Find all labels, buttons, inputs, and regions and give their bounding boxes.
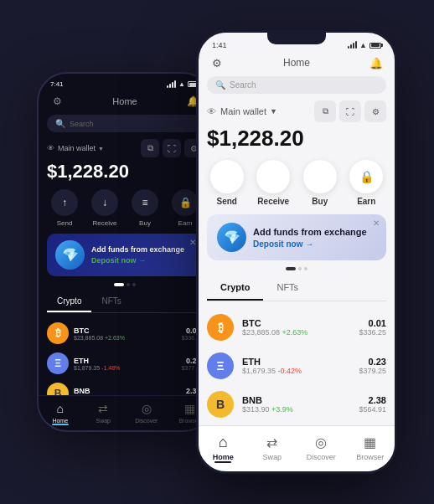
- dark-phone: 7:41 ▲ ⚙ Home 🔔: [37, 72, 213, 432]
- receive-button-dark[interactable]: ↓ Receive: [87, 189, 122, 227]
- promo-text-dark: Add funds from exchange Deposit now →: [91, 245, 194, 265]
- list-item[interactable]: ₿ BTC $23,885.08 +2.63% 0.01 $336.25: [207, 308, 386, 347]
- home-icon-light: ⌂: [214, 433, 232, 451]
- tab-nfts-light[interactable]: NFTs: [263, 275, 312, 301]
- eth-icon-light: Ξ: [207, 352, 234, 379]
- dots-indicator-dark: [47, 283, 203, 286]
- notch-dark: [100, 74, 150, 84]
- nav-swap-light[interactable]: ⇄ Swap: [248, 433, 297, 461]
- light-phone: 1:41 ▲ ⚙ Home 🔔: [196, 30, 397, 474]
- home-label-light: Home: [213, 453, 234, 461]
- header-title-light: Home: [225, 57, 368, 69]
- wallet-icons-dark: ⧉ ⛶ ⚙: [141, 139, 203, 157]
- bottom-nav-dark: ⌂ Home ⇄ Swap ◎ Discover ▦ Browser: [39, 395, 211, 430]
- app-header-dark: ⚙ Home 🔔: [47, 90, 203, 115]
- list-item[interactable]: Ξ ETH $1,879.35 -1.48% 0.2... $377.23: [47, 348, 203, 378]
- wallet-actions-dark: ↑ Send ↓ Receive ≡ Buy 🔒 Earn: [47, 189, 203, 227]
- time-light: 1:41: [212, 41, 227, 49]
- header-title-dark: Home: [65, 96, 184, 106]
- nav-discover-light[interactable]: ◎ Discover: [297, 433, 346, 461]
- chevron-icon-light: ▼: [270, 107, 277, 116]
- search-bar-light[interactable]: 🔍 Search: [207, 76, 386, 94]
- list-item[interactable]: ₿ BTC $23,885.08 +2.63% 0.0... $336.25: [47, 318, 203, 348]
- tabs-dark: Crypto NFTs: [47, 291, 203, 313]
- discover-icon-dark: ◎: [139, 401, 154, 416]
- search-bar-dark[interactable]: 🔍 Search: [47, 115, 203, 132]
- promo-icon-dark: 💎: [55, 240, 85, 270]
- swap-label-light: Swap: [262, 453, 282, 461]
- time-dark: 7:41: [50, 80, 64, 88]
- promo-banner-dark[interactable]: 💎 Add funds from exchange Deposit now → …: [47, 234, 203, 276]
- nav-discover-dark[interactable]: ◎ Discover: [125, 401, 168, 424]
- promo-text-light: Add funds from exchange Deposit now →: [253, 227, 376, 249]
- home-icon-dark: ⌂: [53, 401, 68, 416]
- tab-crypto-dark[interactable]: Crypto: [47, 291, 91, 312]
- tabs-light: Crypto NFTs: [207, 275, 386, 301]
- nav-home-light[interactable]: ⌂ Home: [199, 433, 248, 461]
- wifi-icon: ▲: [178, 80, 185, 88]
- wallet-section-light: 👁 Main wallet ▼ ⧉ ⛶ ⚙ $1,228.20 ↑ Send: [207, 100, 386, 206]
- swap-icon-light: ⇄: [263, 433, 282, 451]
- search-placeholder-light: Search: [230, 80, 256, 90]
- send-button-light[interactable]: ↑ Send: [207, 160, 247, 206]
- settings-icon-light[interactable]: ⚙: [209, 54, 225, 71]
- expand-icon-dark[interactable]: ⛶: [163, 139, 181, 157]
- nav-swap-dark[interactable]: ⇄ Swap: [82, 401, 126, 424]
- bnb-icon-light: B: [207, 391, 234, 418]
- swap-label-dark: Swap: [96, 418, 111, 424]
- bottom-nav-light: ⌂ Home ⇄ Swap ◎ Discover ▦ Browser: [199, 425, 395, 471]
- notch-light: [267, 33, 326, 44]
- discover-icon-light: ◎: [312, 433, 330, 451]
- dots-indicator-light: [207, 267, 386, 270]
- battery-icon-light: [369, 43, 381, 49]
- wifi-icon-light: ▲: [359, 41, 367, 49]
- browser-label-light: Browser: [356, 453, 384, 461]
- promo-close-light[interactable]: ✕: [373, 219, 380, 228]
- wallet-label-dark: Main wallet: [58, 144, 96, 152]
- discover-label-light: Discover: [307, 453, 336, 461]
- btc-icon: ₿: [47, 322, 69, 344]
- signal-icon-light: [348, 42, 357, 49]
- promo-close-dark[interactable]: ✕: [189, 238, 196, 247]
- wallet-amount-light: $1,228.20: [207, 126, 386, 152]
- list-item[interactable]: Ξ ETH $1,679.35 -0.42% 0.23 $379.25: [207, 347, 386, 385]
- tab-nfts-dark[interactable]: NFTs: [91, 291, 131, 312]
- earn-button-light[interactable]: 🔒 Earn: [347, 160, 387, 206]
- search-placeholder-dark: Search: [70, 120, 94, 128]
- notification-icon-light[interactable]: 🔔: [368, 54, 385, 71]
- eth-icon: Ξ: [47, 352, 69, 374]
- browser-icon-light: ▦: [361, 433, 380, 451]
- status-icons-dark: ▲: [167, 80, 199, 88]
- browser-icon-dark: ▦: [182, 401, 197, 416]
- signal-icon: [167, 81, 176, 88]
- promo-banner-light[interactable]: 💎 Add funds from exchange Deposit now → …: [207, 214, 386, 260]
- settings-icon[interactable]: ⚙: [49, 93, 65, 110]
- tab-crypto-light[interactable]: Crypto: [207, 275, 263, 301]
- search-icon-light: 🔍: [215, 80, 225, 90]
- send-button-dark[interactable]: ↑ Send: [47, 189, 82, 227]
- expand-icon-light[interactable]: ⛶: [339, 100, 361, 122]
- gear-icon-light[interactable]: ⚙: [364, 100, 386, 122]
- status-icons-light: ▲: [348, 41, 381, 49]
- buy-button-light[interactable]: ≡ Buy: [300, 160, 340, 206]
- app-header-light: ⚙ Home 🔔: [207, 51, 386, 76]
- copy-icon-dark[interactable]: ⧉: [141, 139, 159, 157]
- wallet-amount-dark: $1,228.20: [47, 161, 203, 183]
- wallet-label-light: Main wallet: [220, 106, 266, 116]
- promo-icon-light: 💎: [217, 223, 246, 252]
- copy-icon-light[interactable]: ⧉: [314, 100, 336, 122]
- buy-button-dark[interactable]: ≡ Buy: [127, 189, 163, 227]
- list-item[interactable]: B BNB $313.90 +3.9% 2.38 $564.91: [207, 385, 386, 424]
- swap-icon-dark: ⇄: [96, 401, 111, 416]
- nav-browser-light[interactable]: ▦ Browser: [346, 433, 395, 461]
- wallet-actions-light: ↑ Send ↓ Receive ≡ Buy 🔒 Earn: [207, 160, 386, 206]
- chevron-icon-dark: ▼: [98, 146, 104, 152]
- eye-icon-light: 👁: [207, 106, 216, 116]
- receive-button-light[interactable]: ↓ Receive: [254, 160, 294, 206]
- eye-icon-dark: 👁: [47, 144, 54, 152]
- search-icon-dark: 🔍: [55, 119, 65, 128]
- nav-home-dark[interactable]: ⌂ Home: [39, 401, 82, 424]
- wallet-icons-light: ⧉ ⛶ ⚙: [314, 100, 386, 122]
- discover-label-dark: Discover: [135, 418, 158, 424]
- wallet-section-dark: 👁 Main wallet ▼ ⧉ ⛶ ⚙ $1,228.20 ↑ Send: [47, 139, 203, 227]
